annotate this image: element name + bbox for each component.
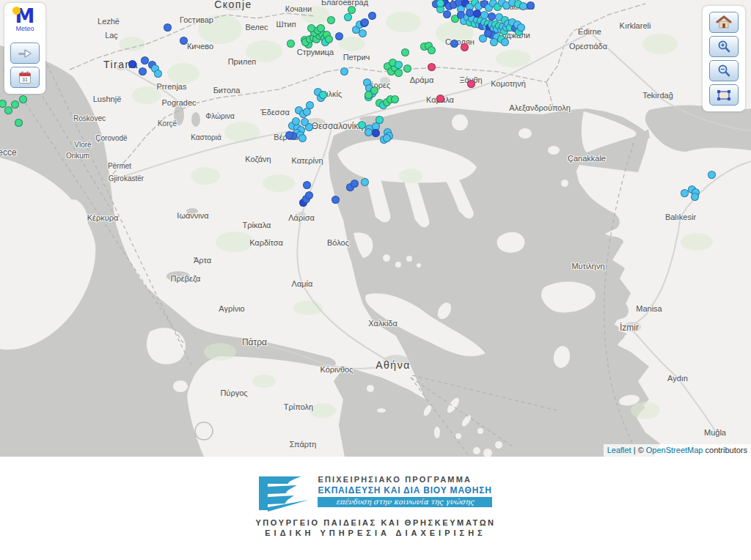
station-marker[interactable] — [691, 193, 699, 201]
station-marker[interactable] — [303, 181, 311, 189]
station-marker[interactable] — [335, 32, 343, 40]
station-marker[interactable] — [436, 95, 444, 103]
station-marker[interactable] — [364, 128, 373, 136]
open-book-icon — [259, 475, 310, 513]
station-marker[interactable] — [391, 95, 399, 103]
station-marker[interactable] — [466, 9, 474, 17]
station-marker[interactable] — [348, 6, 356, 14]
station-marker[interactable] — [180, 37, 188, 45]
meteo-logo-dot-icon — [12, 7, 21, 15]
station-marker[interactable] — [428, 63, 436, 71]
footer: ΕΠΙΧΕΙΡΗΣΙΑΚΟ ΠΡΟΓΡΑΜΜΑ ΕΚΠΑΙΔΕΥΣΗ ΚΑΙ Δ… — [0, 457, 751, 560]
station-marker[interactable] — [317, 24, 325, 32]
station-marker[interactable] — [15, 119, 23, 127]
station-marker[interactable] — [401, 48, 409, 56]
zoom-out-icon — [717, 64, 731, 78]
leaflet-link[interactable]: Leaflet — [607, 446, 631, 454]
station-marker[interactable] — [443, 10, 451, 18]
station-marker[interactable] — [488, 12, 496, 21]
station-marker[interactable] — [436, 0, 444, 7]
station-marker[interactable] — [0, 100, 7, 108]
program-logo-text: ΕΠΙΧΕΙΡΗΣΙΑΚΟ ΠΡΟΓΡΑΜΜΑ ΕΚΠΑΙΔΕΥΣΗ ΚΑΙ Δ… — [318, 475, 491, 507]
station-marker[interactable] — [490, 38, 498, 46]
station-marker[interactable] — [351, 180, 359, 188]
zoom-in-button[interactable] — [709, 36, 739, 57]
station-marker[interactable] — [450, 40, 458, 48]
station-marker[interactable] — [327, 16, 335, 24]
station-marker[interactable] — [383, 134, 391, 142]
ministry-line2: ΕΙΔΙΚΗ ΥΠΗΡΕΣΙΑ ΔΙΑΧΕΙΡΙΣΗΣ — [0, 528, 751, 537]
station-marker[interactable] — [319, 91, 327, 99]
station-marker[interactable] — [292, 117, 300, 125]
calendar-button[interactable]: 31 — [10, 67, 40, 88]
home-icon — [716, 15, 732, 29]
station-marker[interactable] — [340, 67, 348, 75]
station-marker[interactable] — [164, 23, 172, 32]
station-marker[interactable] — [501, 38, 509, 46]
station-marker[interactable] — [358, 121, 366, 129]
station-marker[interactable] — [395, 61, 403, 69]
station-marker[interactable] — [344, 13, 352, 21]
extent-icon — [716, 89, 732, 102]
station-marker[interactable] — [681, 189, 689, 197]
forward-button[interactable] — [10, 43, 40, 64]
program-logo: ΕΠΙΧΕΙΡΗΣΙΑΚΟ ΠΡΟΓΡΑΜΜΑ ΕΚΠΑΙΔΕΥΣΗ ΚΑΙ Δ… — [0, 457, 751, 513]
station-marker[interactable] — [708, 171, 716, 179]
attribution-separator: | © — [631, 446, 646, 454]
station-marker[interactable] — [395, 69, 403, 77]
zoom-in-icon — [717, 40, 731, 54]
station-marker[interactable] — [364, 91, 373, 99]
map-container[interactable]: СкопјеКочаниГостиварВелесШтипКичевоПриле… — [0, 0, 751, 457]
station-marker[interactable] — [141, 56, 149, 65]
station-marker[interactable] — [467, 80, 475, 88]
station-marker[interactable] — [128, 60, 136, 68]
map-attribution: Leaflet | © OpenStreetMap contributors — [604, 444, 751, 457]
station-marker[interactable] — [19, 95, 27, 103]
station-marker[interactable] — [325, 35, 333, 43]
station-marker[interactable] — [403, 65, 411, 73]
station-marker[interactable] — [305, 191, 313, 199]
station-marker[interactable] — [303, 108, 311, 116]
station-marker[interactable] — [361, 178, 369, 186]
station-marker[interactable] — [372, 129, 380, 137]
station-marker[interactable] — [139, 67, 147, 75]
box-zoom-button[interactable] — [709, 84, 739, 106]
station-marker[interactable] — [428, 46, 436, 54]
station-marker[interactable] — [376, 116, 384, 124]
program-line1: ΕΠΙΧΕΙΡΗΣΙΑΚΟ ΠΡΟΓΡΑΜΜΑ — [318, 475, 472, 484]
station-marker[interactable] — [301, 118, 309, 126]
station-marker[interactable] — [517, 23, 525, 32]
station-marker[interactable] — [285, 131, 293, 139]
attribution-suffix: contributors — [703, 446, 747, 454]
svg-text:31: 31 — [22, 77, 28, 82]
station-marker[interactable] — [527, 1, 535, 10]
program-line2: ΕΚΠΑΙΔΕΥΣΗ ΚΑΙ ΔΙΑ ΒΙΟΥ ΜΑΘΗΣΗ — [318, 485, 491, 495]
zoom-out-button[interactable] — [709, 60, 739, 81]
station-marker[interactable] — [298, 134, 307, 142]
station-marker[interactable] — [361, 18, 369, 26]
station-marker[interactable] — [473, 10, 481, 18]
station-marker[interactable] — [287, 40, 295, 48]
station-marker[interactable] — [307, 24, 315, 32]
station-marker[interactable] — [331, 196, 340, 204]
station-marker[interactable] — [484, 29, 492, 37]
station-marker[interactable] — [368, 12, 376, 20]
station-marker[interactable] — [4, 106, 12, 114]
station-marker[interactable] — [359, 29, 367, 37]
station-marker[interactable] — [11, 100, 19, 108]
openstreetmap-link[interactable]: OpenStreetMap — [646, 446, 703, 454]
ministry-line1: ΥΠΟΥΡΓΕΙΟ ΠΑΙΔΕΙΑΣ ΚΑΙ ΘΡΗΣΚΕΥΜΑΤΩΝ — [0, 518, 751, 527]
meteo-logo[interactable]: M Meteo — [9, 6, 41, 40]
station-marker[interactable] — [461, 43, 469, 51]
arrow-right-icon — [17, 47, 33, 60]
left-control-panel: M Meteo 31 — [4, 3, 45, 94]
station-marker[interactable] — [480, 11, 488, 19]
right-control-panel — [703, 6, 745, 111]
calendar-icon: 31 — [18, 70, 32, 85]
meteo-logo-text: Meteo — [9, 25, 41, 32]
home-button[interactable] — [709, 12, 739, 33]
ministry-block: ΥΠΟΥΡΓΕΙΟ ΠΑΙΔΕΙΑΣ ΚΑΙ ΘΡΗΣΚΕΥΜΑΤΩΝ ΕΙΔΙ… — [0, 518, 751, 537]
station-markers-layer — [0, 0, 751, 457]
station-marker[interactable] — [154, 70, 162, 78]
station-marker[interactable] — [519, 2, 527, 10]
